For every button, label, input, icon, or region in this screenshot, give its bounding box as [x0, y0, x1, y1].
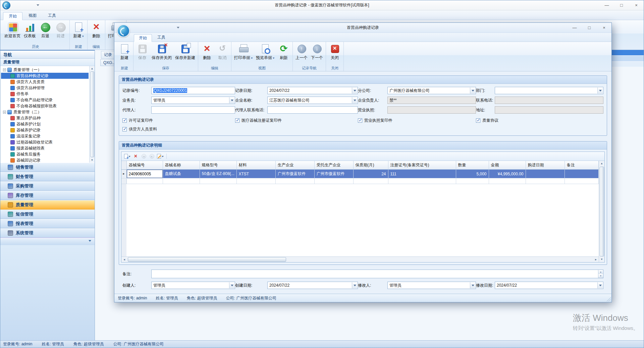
tree-item[interactable]: 重点养护品种 — [1, 115, 89, 121]
column-header[interactable]: 备注 — [565, 161, 599, 170]
sidebar-section[interactable]: 短信管理 — [0, 210, 95, 219]
dropdown-icon[interactable] — [470, 282, 475, 288]
tree-scrollbar[interactable]: ▲ ▼ — [89, 66, 95, 163]
modifier-combo[interactable]: 管理员 — [387, 282, 476, 289]
department-combo[interactable] — [495, 87, 603, 94]
tree-item[interactable]: 质量管理（二） — [1, 109, 89, 115]
detail-cell[interactable]: 111 — [388, 170, 456, 178]
ribbon-button[interactable]: 删除 — [89, 21, 104, 40]
column-header[interactable]: 材料 — [236, 161, 275, 170]
dialog-ribbon-button[interactable]: 上一个 — [294, 43, 309, 61]
tree-item[interactable]: 首营品种购进记录 — [1, 73, 89, 79]
scroll-up-icon[interactable]: ▲ — [599, 161, 604, 166]
configure-buttons-icon[interactable] — [89, 240, 91, 243]
qat-icon[interactable] — [29, 2, 35, 8]
scroll-thumb[interactable] — [90, 71, 94, 157]
scroll-down-icon[interactable]: ▼ — [90, 158, 95, 163]
dialog-qat-icon[interactable] — [132, 25, 139, 31]
scroll-thumb[interactable] — [600, 167, 604, 256]
detail-cell[interactable]: 广州市傲蓝软件 — [275, 170, 314, 178]
scroll-right-icon[interactable]: ► — [593, 257, 599, 262]
dialog-qat-icon[interactable] — [162, 25, 168, 31]
sidebar-footer[interactable] — [0, 238, 95, 245]
dropdown-icon[interactable] — [597, 88, 603, 94]
dialog-qat-icon[interactable] — [147, 25, 153, 31]
tree-item[interactable]: 停售单 — [1, 91, 89, 97]
dialog-qat-dropdown-icon[interactable] — [177, 27, 179, 30]
toolbar-button[interactable] — [156, 153, 164, 160]
toolbar-button[interactable] — [140, 153, 147, 160]
agent-phone-field[interactable] — [267, 106, 358, 114]
detail-cell[interactable] — [565, 170, 599, 178]
grid-vertical-scrollbar[interactable]: ▲ ▼ — [599, 161, 604, 262]
dropdown-icon[interactable] — [352, 282, 357, 288]
detail-cell[interactable]: 24 — [353, 170, 388, 178]
column-header[interactable]: 规格型号 — [200, 161, 236, 170]
modify-date-combo[interactable]: 2024/07/22 — [495, 282, 603, 289]
ribbon-tab[interactable]: 视图 — [23, 12, 42, 20]
tree-item[interactable]: 器械养护计划 — [1, 121, 89, 127]
column-header[interactable]: 保质期(月) — [353, 161, 388, 170]
detail-cell[interactable]: ¥4,995,000.00 — [489, 170, 526, 178]
column-header[interactable]: 器械名称 — [163, 161, 200, 170]
sidebar-section[interactable]: 报表管理 — [0, 219, 95, 228]
tree-item[interactable]: 质量管理（一） — [1, 67, 89, 73]
dialog-ribbon-button[interactable]: 关闭 — [327, 43, 342, 61]
tree-item[interactable]: 供货方人员资质 — [1, 79, 89, 85]
detail-cell[interactable] — [526, 170, 565, 178]
dialog-ribbon-button[interactable]: 保存并新建 — [173, 43, 197, 61]
expander-icon[interactable] — [3, 68, 6, 71]
dropdown-icon[interactable] — [229, 282, 234, 288]
grid-horizontal-scrollbar[interactable]: ◄ ► — [121, 256, 599, 262]
toolbar-button[interactable] — [148, 153, 155, 160]
document-checkbox[interactable]: 营业执照复印件 — [358, 118, 476, 123]
salesman-combo[interactable]: 管理员 — [151, 97, 235, 104]
dialog-ribbon-button[interactable]: 预览单据 — [254, 43, 276, 61]
column-header[interactable]: 受托生产企业 — [314, 161, 353, 170]
document-checkbox[interactable]: 质量协议 — [476, 118, 603, 123]
agent-field[interactable] — [151, 106, 235, 114]
document-checkbox[interactable]: 许可证复印件 — [122, 118, 235, 123]
column-header[interactable]: 注册证号(备案凭证号) — [388, 161, 456, 170]
scroll-thumb[interactable] — [128, 257, 286, 262]
ribbon-tab[interactable]: 工具 — [43, 12, 61, 20]
dialog-close-button[interactable]: × — [597, 23, 611, 33]
column-header[interactable]: 生产企业 — [275, 161, 314, 170]
create-date-combo[interactable]: 2024/07/22 — [267, 282, 358, 289]
tree-item[interactable]: 不合格器械报损审批表 — [1, 103, 89, 109]
remark-input[interactable]: ▲▼ — [151, 270, 603, 278]
dialog-ribbon-button[interactable]: 保存并关闭 — [150, 43, 173, 61]
minimize-button[interactable]: — — [599, 0, 614, 10]
qat-icon[interactable] — [20, 2, 26, 8]
dialog-ribbon-button[interactable]: 删除 — [199, 43, 215, 61]
tree-item[interactable]: 器械售后服务 — [1, 151, 89, 157]
sidebar-section[interactable]: 库存管理 — [0, 191, 95, 200]
sidebar-section[interactable]: 采购管理 — [0, 181, 95, 191]
record-no-field[interactable]: QXGJ2407220001 — [151, 87, 235, 94]
ribbon-button[interactable]: 新建 — [71, 21, 86, 40]
scroll-left-icon[interactable]: ◄ — [121, 257, 127, 262]
qat-icon[interactable] — [12, 2, 18, 8]
creator-combo[interactable]: 管理员 — [151, 282, 235, 289]
tree-item[interactable]: 不合格产品处理记录 — [1, 97, 89, 103]
column-header[interactable]: 器械编号 — [126, 161, 163, 170]
branch-combo[interactable]: 广州医疗器械有限公司 — [387, 87, 476, 94]
new-row[interactable] — [121, 178, 599, 184]
column-header[interactable]: 金额 — [489, 161, 526, 170]
dialog-ribbon-button[interactable]: 下一个 — [309, 43, 325, 61]
sidebar-section[interactable]: 质量管理 — [0, 200, 95, 210]
dialog-qat-icon[interactable] — [169, 25, 175, 31]
ribbon-button[interactable]: 后退 — [38, 21, 53, 40]
tree-item[interactable]: 报废器械销毁表 — [1, 145, 89, 151]
ribbon-button[interactable]: 仪表板 — [22, 21, 38, 40]
dialog-ribbon-tab[interactable]: 工具 — [153, 34, 170, 42]
detail-cell[interactable]: 2409060005 — [126, 170, 163, 178]
dropdown-icon[interactable] — [352, 88, 357, 94]
dialog-qat-icon[interactable] — [155, 25, 161, 31]
column-header[interactable]: 数量 — [456, 161, 489, 170]
sidebar-section[interactable]: 财务管理 — [0, 172, 95, 181]
dialog-qat-icon[interactable] — [140, 25, 146, 31]
detail-cell[interactable]: 广州市傲蓝软件 — [314, 170, 353, 178]
qat-dropdown-icon[interactable] — [37, 4, 39, 7]
maximize-button[interactable]: □ — [614, 0, 629, 10]
